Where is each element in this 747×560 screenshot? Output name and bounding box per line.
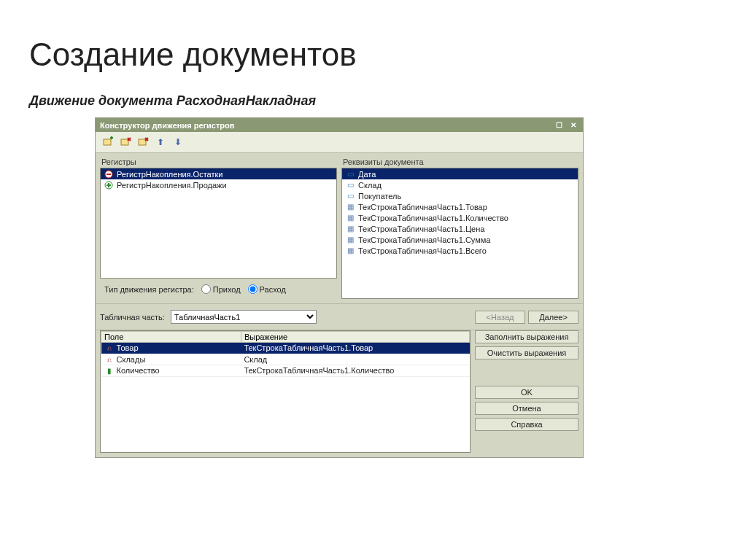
help-button[interactable]: Справка xyxy=(475,418,578,431)
requisite-item[interactable]: ▦ ТекСтрокаТабличнаяЧасть1.Количество xyxy=(342,212,578,223)
table-row[interactable]: ⎌ Товар ТекСтрокаТабличнаяЧасть1.Товар xyxy=(101,343,470,354)
requisite-item-label: ТекСтрокаТабличнаяЧасть1.Сумма xyxy=(358,236,490,244)
add-register-icon[interactable] xyxy=(101,136,115,149)
table-attribute-icon: ▦ xyxy=(345,225,355,233)
back-button[interactable]: <Назад xyxy=(475,311,525,324)
requisites-label: Реквизиты документа xyxy=(343,158,577,166)
register-item-label: РегистрНакопления.Остатки xyxy=(117,170,222,179)
window-title: Конструктор движения регистров xyxy=(100,121,235,130)
table-attribute-icon: ▦ xyxy=(345,203,355,211)
cell-expr: Склад xyxy=(241,354,469,365)
register-item[interactable]: РегистрНакопления.Продажи xyxy=(101,179,336,190)
radio-rashod-label: Расход xyxy=(260,285,286,294)
page-subtitle: Движение документа РасходнаяНакладная xyxy=(29,93,718,109)
button-column: Заполнить выражения Очистить выражения O… xyxy=(475,330,578,431)
movement-type-label: Тип движения регистра: xyxy=(104,285,194,294)
dialog-window: Конструктор движения регистров ☐ ✕ ⬆ ⬇ Р… xyxy=(95,117,584,458)
cell-expr: ТекСтрокаТабличнаяЧасть1.Количество xyxy=(241,365,469,377)
remove-register-icon[interactable] xyxy=(119,136,132,149)
tabular-part-select[interactable]: ТабличнаяЧасть1 xyxy=(171,310,317,324)
requisite-item[interactable]: ▭ Дата xyxy=(342,168,578,179)
titlebar: Конструктор движения регистров ☐ ✕ xyxy=(96,118,583,132)
plus-icon xyxy=(104,181,114,190)
requisite-item-label: Склад xyxy=(358,181,382,190)
requisite-item-label: ТекСтрокаТабличнаяЧасть1.Количество xyxy=(358,214,508,222)
fill-expressions-button[interactable]: Заполнить выражения xyxy=(475,330,578,343)
tabular-part-label: Табличная часть: xyxy=(100,313,165,322)
tabular-part-bar: Табличная часть: ТабличнаяЧасть1 <Назад … xyxy=(96,303,583,330)
attribute-icon: ▭ xyxy=(345,181,355,190)
requisites-listbox[interactable]: ▭ Дата ▭ Склад ▭ Покупатель ▦ ТекСтрокаТ… xyxy=(341,168,578,299)
requisite-item[interactable]: ▭ Склад xyxy=(342,179,578,190)
attribute-icon: ▭ xyxy=(345,170,355,179)
table-row[interactable]: ⎌ Склады Склад xyxy=(101,354,470,365)
cell-field: Склады xyxy=(117,355,146,364)
requisite-item-label: Покупатель xyxy=(358,192,401,201)
toolbar: ⬆ ⬇ xyxy=(96,132,583,153)
registers-listbox[interactable]: РегистрНакопления.Остатки РегистрНакопле… xyxy=(100,168,337,279)
maximize-icon[interactable]: ☐ xyxy=(554,120,565,131)
requisite-item-label: ТекСтрокаТабличнаяЧасть1.Товар xyxy=(358,203,487,211)
requisite-item[interactable]: ▦ ТекСтрокаТабличнаяЧасть1.Цена xyxy=(342,223,578,234)
radio-prihod-label: Приход xyxy=(213,285,241,294)
mapping-table[interactable]: Поле Выражение ⎌ Товар ТекСтрокаТаблична… xyxy=(101,331,470,377)
page-heading: Создание документов xyxy=(29,36,718,73)
close-icon[interactable]: ✕ xyxy=(568,120,578,131)
mapping-table-wrap: Поле Выражение ⎌ Товар ТекСтрокаТаблична… xyxy=(100,330,471,453)
table-attribute-icon: ▦ xyxy=(345,214,355,222)
col-field[interactable]: Поле xyxy=(101,332,241,343)
dimension-icon: ⎌ xyxy=(104,355,115,364)
col-expr[interactable]: Выражение xyxy=(241,332,469,343)
movement-type-row: Тип движения регистра: Приход Расход xyxy=(100,279,337,297)
register-item[interactable]: РегистрНакопления.Остатки xyxy=(101,168,336,179)
cell-field: Товар xyxy=(117,343,139,352)
registers-label: Регистры xyxy=(101,158,336,166)
attribute-icon: ▭ xyxy=(345,192,355,201)
minus-icon xyxy=(104,170,114,179)
resource-icon: ▮ xyxy=(104,367,115,376)
radio-rashod[interactable]: Расход xyxy=(248,284,286,294)
cancel-button[interactable]: Отмена xyxy=(475,402,578,415)
table-row[interactable]: ▮ Количество ТекСтрокаТабличнаяЧасть1.Ко… xyxy=(101,365,470,377)
svg-rect-0 xyxy=(104,139,111,145)
radio-prihod[interactable]: Приход xyxy=(201,284,241,294)
clear-all-icon[interactable] xyxy=(136,136,150,149)
next-button[interactable]: Далее> xyxy=(528,311,578,324)
cell-expr: ТекСтрокаТабличнаяЧасть1.Товар xyxy=(241,343,469,354)
cell-field: Количество xyxy=(117,366,160,375)
move-up-icon[interactable]: ⬆ xyxy=(154,136,167,149)
requisite-item[interactable]: ▦ ТекСтрокаТабличнаяЧасть1.Всего xyxy=(342,245,578,256)
requisite-item-label: ТекСтрокаТабличнаяЧасть1.Цена xyxy=(358,225,484,233)
requisite-item[interactable]: ▦ ТекСтрокаТабличнаяЧасть1.Товар xyxy=(342,201,578,212)
table-attribute-icon: ▦ xyxy=(345,246,355,255)
clear-expressions-button[interactable]: Очистить выражения xyxy=(475,346,578,359)
requisite-item[interactable]: ▭ Покупатель xyxy=(342,190,578,201)
requisite-item-label: Дата xyxy=(358,170,376,179)
register-item-label: РегистрНакопления.Продажи xyxy=(117,181,227,190)
dimension-icon: ⎌ xyxy=(104,344,115,353)
ok-button[interactable]: OK xyxy=(475,386,578,399)
requisite-item[interactable]: ▦ ТекСтрокаТабличнаяЧасть1.Сумма xyxy=(342,234,578,245)
window-controls: ☐ ✕ xyxy=(554,120,578,131)
move-down-icon[interactable]: ⬇ xyxy=(171,136,185,149)
requisite-item-label: ТекСтрокаТабличнаяЧасть1.Всего xyxy=(358,246,487,255)
table-attribute-icon: ▦ xyxy=(345,236,355,244)
